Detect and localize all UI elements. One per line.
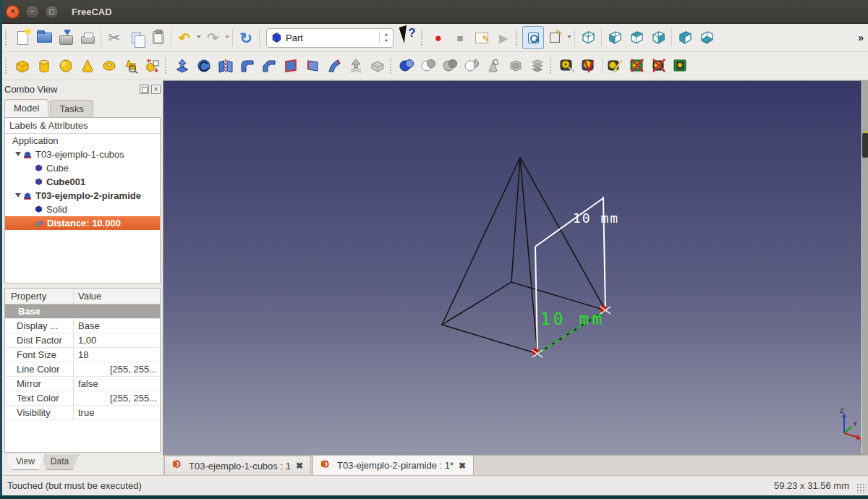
- tab-close-icon[interactable]: ✖: [459, 461, 466, 471]
- primitive-cylinder-button[interactable]: [33, 54, 55, 77]
- property-value[interactable]: [255, 255...: [74, 362, 160, 376]
- view-rear-button[interactable]: [674, 26, 696, 49]
- workbench-selector[interactable]: Part: [266, 28, 393, 48]
- tab-view[interactable]: View: [6, 454, 45, 470]
- property-value[interactable]: Base: [74, 319, 160, 333]
- paste-button[interactable]: [147, 26, 169, 49]
- fit-all-button[interactable]: [522, 26, 544, 49]
- extrude-button[interactable]: [171, 54, 193, 77]
- tab-model[interactable]: Model: [4, 99, 48, 117]
- view-right-button[interactable]: [647, 26, 669, 49]
- property-row-font-size[interactable]: Font Size 18: [5, 348, 160, 362]
- viewport-3d[interactable]: 10 mm 10 mm Z: [163, 80, 862, 455]
- panel-float-button[interactable]: [140, 85, 149, 94]
- toolbar-drag-handle[interactable]: [390, 58, 393, 74]
- boolean-common-button[interactable]: [440, 54, 461, 77]
- document-tab-cubos[interactable]: T03-ejemplo-1-cubos : 1 ✖: [164, 456, 311, 475]
- revolve-button[interactable]: [193, 54, 215, 77]
- loft-button[interactable]: [323, 54, 345, 77]
- toolbar-drag-handle[interactable]: [516, 30, 519, 46]
- copy-button[interactable]: [125, 26, 147, 49]
- draw-style-button[interactable]: ✎: [544, 26, 566, 49]
- print-button[interactable]: [77, 26, 98, 49]
- workbench-spinner[interactable]: [379, 31, 389, 44]
- property-row-visibility[interactable]: Visibility true: [5, 406, 160, 420]
- measure-clear-all-button[interactable]: [626, 54, 648, 77]
- boolean-section-button[interactable]: [461, 54, 483, 77]
- undo-dropdown[interactable]: [195, 26, 202, 49]
- defeaturing-button[interactable]: [505, 54, 527, 77]
- scrollbar-thumb[interactable]: [862, 133, 868, 158]
- tree-item-application[interactable]: Application: [5, 134, 160, 148]
- property-value[interactable]: false: [74, 377, 160, 391]
- measure-angular-button[interactable]: [578, 54, 600, 77]
- primitive-box-button[interactable]: [12, 54, 33, 77]
- redo-button[interactable]: ↷: [202, 26, 224, 49]
- create-primitives-button[interactable]: [120, 54, 142, 77]
- cross-sections-button[interactable]: [527, 54, 548, 77]
- measure-linear-button[interactable]: [556, 54, 578, 77]
- sweep-button[interactable]: [345, 54, 367, 77]
- macro-record-button[interactable]: ●: [427, 26, 449, 49]
- toolbar-overflow-button[interactable]: »: [858, 32, 864, 43]
- panel-close-button[interactable]: ✕: [151, 85, 161, 94]
- toolbar-drag-handle[interactable]: [165, 58, 169, 74]
- property-row-display[interactable]: Display ... Base: [5, 319, 160, 333]
- document-tab-piramide[interactable]: T03-ejemplo-2-piramide : 1* ✖: [312, 455, 474, 475]
- property-value[interactable]: 18: [74, 348, 160, 362]
- macro-edit-button[interactable]: ✎: [471, 26, 493, 49]
- tab-close-icon[interactable]: ✖: [296, 461, 303, 471]
- primitive-cone-button[interactable]: [77, 54, 98, 77]
- save-document-button[interactable]: [55, 26, 77, 49]
- tree-item-document-cubos[interactable]: T03-ejemplo-1-cubos: [5, 148, 160, 161]
- primitive-torus-button[interactable]: [98, 54, 120, 77]
- toolbar-drag-handle[interactable]: [5, 30, 9, 46]
- window-close-button[interactable]: ×: [6, 5, 20, 19]
- property-row-mirror[interactable]: Mirror false: [5, 377, 160, 391]
- right-scrollbar[interactable]: [862, 80, 868, 455]
- view-axonometric-button[interactable]: [577, 26, 599, 49]
- make-face-button[interactable]: [280, 54, 302, 77]
- draw-style-dropdown[interactable]: [566, 26, 572, 49]
- offset-button[interactable]: [367, 54, 388, 77]
- property-row-dist-factor[interactable]: Dist Factor 1,00: [5, 333, 160, 348]
- shape-builder-button[interactable]: [142, 54, 163, 77]
- mirror-button[interactable]: [215, 54, 237, 77]
- measure-annotate-button[interactable]: [605, 54, 626, 77]
- measure-toggle-button[interactable]: [670, 54, 692, 77]
- refresh-button[interactable]: ↻: [235, 26, 257, 49]
- expand-caret-icon[interactable]: [15, 152, 21, 159]
- open-document-button[interactable]: [33, 26, 55, 49]
- boolean-union-button[interactable]: [396, 54, 418, 77]
- property-row-text-color[interactable]: Text Color [255, 255...: [5, 391, 160, 406]
- undo-button[interactable]: ↶: [174, 26, 195, 49]
- macro-execute-button[interactable]: ▶: [493, 26, 514, 49]
- new-document-button[interactable]: [12, 26, 33, 49]
- tree-item-solid[interactable]: Solid: [5, 202, 160, 216]
- property-value[interactable]: true: [74, 406, 160, 419]
- tree-item-cube[interactable]: Cube: [5, 161, 160, 175]
- property-value[interactable]: 1,00: [74, 333, 160, 347]
- primitive-sphere-button[interactable]: [55, 54, 77, 77]
- viewport-canvas[interactable]: 10 mm 10 mm Z: [163, 81, 861, 454]
- ruled-surface-button[interactable]: [302, 54, 323, 77]
- resize-grip[interactable]: [856, 483, 867, 493]
- whats-this-button[interactable]: ?: [398, 26, 420, 49]
- property-row-line-color[interactable]: Line Color [255, 255...: [5, 362, 160, 377]
- tree-item-document-piramide[interactable]: T03-ejemplo-2-piramide: [5, 189, 160, 202]
- tree-item-cube001[interactable]: Cube001: [5, 175, 160, 189]
- check-geometry-button[interactable]: [483, 54, 505, 77]
- view-top-button[interactable]: [626, 26, 647, 49]
- toolbar-drag-handle[interactable]: [5, 58, 9, 74]
- redo-dropdown[interactable]: [224, 26, 230, 49]
- measure-clear-button[interactable]: [648, 54, 670, 77]
- chamfer-button[interactable]: [258, 54, 280, 77]
- tab-tasks[interactable]: Tasks: [50, 100, 93, 117]
- fillet-button[interactable]: [237, 54, 258, 77]
- toolbar-drag-handle[interactable]: [550, 58, 553, 74]
- property-value[interactable]: [255, 255...: [74, 391, 160, 405]
- toolbar-drag-handle[interactable]: [421, 30, 425, 46]
- window-minimize-button[interactable]: −: [25, 5, 39, 19]
- view-front-button[interactable]: [604, 26, 626, 49]
- view-bottom-button[interactable]: [696, 26, 718, 49]
